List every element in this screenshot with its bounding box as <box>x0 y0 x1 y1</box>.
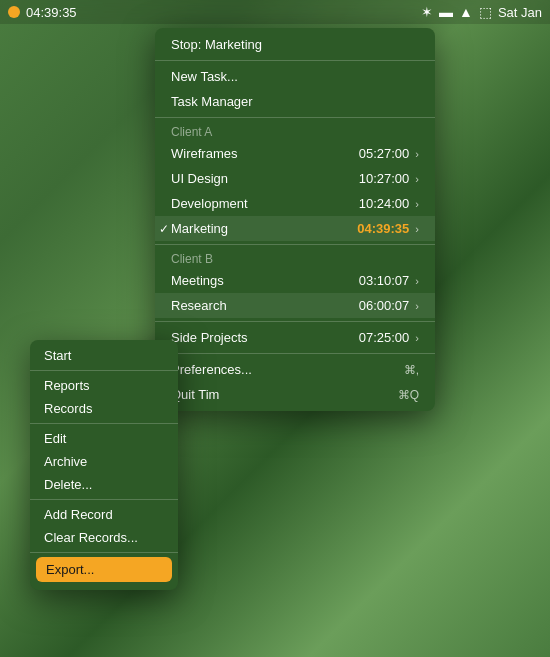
quit-label: Quit Tim <box>171 387 219 402</box>
context-separator-4 <box>30 552 178 553</box>
new-task-label: New Task... <box>171 69 238 84</box>
menubar: 04:39:35 ✶ ▬ ▲ ⬚ Sat Jan <box>0 0 550 24</box>
ui-design-time: 10:27:00 <box>359 171 410 186</box>
development-item[interactable]: Development 10:24:00 › <box>155 191 435 216</box>
research-chevron: › <box>415 300 419 312</box>
meetings-label: Meetings <box>171 273 224 288</box>
wireframes-time: 05:27:00 <box>359 146 410 161</box>
wireframes-chevron: › <box>415 148 419 160</box>
marketing-label: Marketing <box>171 221 228 236</box>
airplay-icon: ⬚ <box>479 4 492 20</box>
research-item[interactable]: Research 06:00:07 › <box>155 293 435 318</box>
add-record-item[interactable]: Add Record <box>30 503 178 526</box>
ui-design-item[interactable]: UI Design 10:27:00 › <box>155 166 435 191</box>
development-time: 10:24:00 <box>359 196 410 211</box>
research-label: Research <box>171 298 227 313</box>
reports-label: Reports <box>44 378 90 393</box>
research-time: 06:00:07 <box>359 298 410 313</box>
development-label: Development <box>171 196 248 211</box>
preferences-label: Preferences... <box>171 362 252 377</box>
wifi-icon: ▲ <box>459 4 473 20</box>
context-separator-1 <box>30 370 178 371</box>
main-dropdown-menu: Stop: Marketing New Task... Task Manager… <box>155 28 435 411</box>
task-manager-label: Task Manager <box>171 94 253 109</box>
wireframes-label: Wireframes <box>171 146 237 161</box>
development-chevron: › <box>415 198 419 210</box>
side-projects-time: 07:25:00 <box>359 330 410 345</box>
menubar-date: Sat Jan <box>498 5 542 20</box>
task-manager-item[interactable]: Task Manager <box>155 89 435 114</box>
side-projects-label: Side Projects <box>171 330 248 345</box>
meetings-time: 03:10:07 <box>359 273 410 288</box>
archive-label: Archive <box>44 454 87 469</box>
quit-shortcut: ⌘Q <box>398 388 419 402</box>
new-task-item[interactable]: New Task... <box>155 64 435 89</box>
edit-item[interactable]: Edit <box>30 427 178 450</box>
separator-4 <box>155 321 435 322</box>
add-record-label: Add Record <box>44 507 113 522</box>
context-separator-3 <box>30 499 178 500</box>
battery-icon: ▬ <box>439 4 453 20</box>
client-a-label: Client A <box>155 121 435 141</box>
separator-3 <box>155 244 435 245</box>
preferences-shortcut: ⌘, <box>404 363 419 377</box>
separator-2 <box>155 117 435 118</box>
marketing-chevron: › <box>415 223 419 235</box>
ui-design-label: UI Design <box>171 171 228 186</box>
marketing-time: 04:39:35 <box>357 221 409 236</box>
records-item[interactable]: Records <box>30 397 178 420</box>
context-separator-2 <box>30 423 178 424</box>
meetings-item[interactable]: Meetings 03:10:07 › <box>155 268 435 293</box>
export-button[interactable]: Export... <box>36 557 172 582</box>
marketing-item[interactable]: ✓ Marketing 04:39:35 › <box>155 216 435 241</box>
delete-item[interactable]: Delete... <box>30 473 178 496</box>
delete-label: Delete... <box>44 477 92 492</box>
reports-item[interactable]: Reports <box>30 374 178 397</box>
desktop: 04:39:35 ✶ ▬ ▲ ⬚ Sat Jan Stop: Marketing… <box>0 0 550 657</box>
separator-5 <box>155 353 435 354</box>
start-item[interactable]: Start <box>30 344 178 367</box>
meetings-chevron: › <box>415 275 419 287</box>
side-projects-item[interactable]: Side Projects 07:25:00 › <box>155 325 435 350</box>
preferences-item[interactable]: Preferences... ⌘, <box>155 357 435 382</box>
menubar-time: 04:39:35 <box>26 5 77 20</box>
export-label: Export... <box>46 562 94 577</box>
edit-label: Edit <box>44 431 66 446</box>
stop-marketing-item[interactable]: Stop: Marketing <box>155 32 435 57</box>
clear-records-item[interactable]: Clear Records... <box>30 526 178 549</box>
bluetooth-icon: ✶ <box>421 4 433 20</box>
clear-records-label: Clear Records... <box>44 530 138 545</box>
quit-item[interactable]: Quit Tim ⌘Q <box>155 382 435 407</box>
records-label: Records <box>44 401 92 416</box>
client-b-label: Client B <box>155 248 435 268</box>
ui-design-chevron: › <box>415 173 419 185</box>
archive-item[interactable]: Archive <box>30 450 178 473</box>
menubar-right: ✶ ▬ ▲ ⬚ Sat Jan <box>421 4 542 20</box>
stop-marketing-label: Stop: Marketing <box>171 37 262 52</box>
marketing-checkmark: ✓ <box>159 222 169 236</box>
wireframes-item[interactable]: Wireframes 05:27:00 › <box>155 141 435 166</box>
traffic-light-dot <box>8 6 20 18</box>
context-menu: Start Reports Records Edit Archive Delet… <box>30 340 178 590</box>
start-label: Start <box>44 348 71 363</box>
separator-1 <box>155 60 435 61</box>
menubar-left: 04:39:35 <box>8 5 77 20</box>
side-projects-chevron: › <box>415 332 419 344</box>
